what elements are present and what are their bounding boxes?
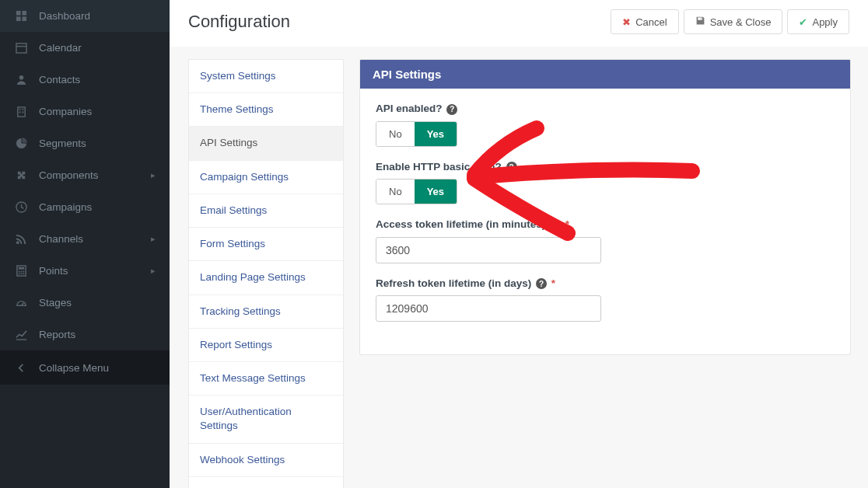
field-access-token: Access token lifetime (in minutes) ? * [376, 218, 835, 263]
sidebar: Dashboard Calendar Contacts Companies Se… [0, 0, 170, 488]
settings-nav-form[interactable]: Form Settings [189, 228, 343, 261]
gauge-icon [14, 297, 28, 308]
svg-rect-8 [19, 109, 20, 110]
settings-nav-text[interactable]: Text Message Settings [189, 362, 343, 396]
help-icon[interactable]: ? [506, 162, 517, 173]
grid-icon [14, 10, 28, 22]
field-api-enabled: API enabled? ? No Yes [376, 103, 835, 147]
toggle-yes[interactable]: Yes [415, 180, 457, 204]
save-icon [695, 16, 705, 28]
svg-rect-15 [18, 267, 24, 270]
required-indicator: * [551, 277, 555, 289]
sidebar-item-companies[interactable]: Companies [0, 96, 170, 127]
settings-nav-system[interactable]: System Settings [189, 60, 343, 93]
field-label: API enabled? ? [376, 103, 835, 115]
sidebar-item-label: Components [39, 169, 151, 181]
settings-nav-theme[interactable]: Theme Settings [189, 93, 343, 127]
sidebar-collapse[interactable]: Collapse Menu [0, 350, 170, 385]
toggle-no[interactable]: No [376, 122, 415, 146]
chevron-right-icon: ▸ [151, 234, 156, 244]
sidebar-collapse-label: Collapse Menu [39, 362, 156, 374]
sidebar-item-segments[interactable]: Segments [0, 127, 170, 159]
sidebar-item-label: Channels [39, 233, 151, 245]
apply-button[interactable]: ✔ Apply [787, 9, 849, 34]
svg-point-17 [20, 271, 22, 273]
clock-icon [14, 201, 28, 213]
check-icon: ✔ [799, 16, 807, 28]
svg-rect-7 [17, 107, 24, 117]
sidebar-item-label: Segments [39, 138, 156, 149]
sidebar-item-reports[interactable]: Reports [0, 319, 170, 350]
field-basic-auth: Enable HTTP basic auth? ? No Yes [376, 161, 835, 205]
svg-rect-4 [16, 44, 26, 53]
building-icon [14, 106, 28, 117]
save-close-button[interactable]: Save & Close [684, 9, 783, 34]
settings-nav-tracking[interactable]: Tracking Settings [189, 295, 343, 329]
sidebar-item-calendar[interactable]: Calendar [0, 32, 170, 64]
chevron-right-icon: ▸ [151, 170, 156, 180]
chevron-right-icon: ▸ [151, 266, 156, 276]
api-settings-panel: API Settings API enabled? ? No Yes Enabl… [359, 59, 851, 355]
main: Configuration ✖ Cancel Save & Close ✔ Ap… [170, 0, 868, 488]
page-header: Configuration ✖ Cancel Save & Close ✔ Ap… [170, 0, 868, 49]
settings-nav-report[interactable]: Report Settings [189, 329, 343, 362]
access-token-input[interactable] [376, 237, 601, 263]
svg-point-18 [23, 271, 24, 273]
required-indicator: * [565, 218, 569, 230]
help-icon[interactable]: ? [550, 220, 561, 231]
puzzle-icon [14, 169, 28, 181]
settings-nav-email[interactable]: Email Settings [189, 194, 343, 228]
button-label: Cancel [635, 16, 667, 28]
sidebar-item-dashboard[interactable]: Dashboard [0, 0, 170, 32]
toggle-no[interactable]: No [376, 180, 415, 204]
sidebar-item-components[interactable]: Components ▸ [0, 159, 170, 191]
button-label: Save & Close [710, 16, 772, 28]
svg-rect-1 [22, 11, 26, 16]
calendar-icon [14, 42, 28, 54]
settings-nav-user-auth[interactable]: User/Authentication Settings [189, 396, 343, 443]
toggle-basic-auth: No Yes [376, 179, 457, 204]
toggle-yes[interactable]: Yes [415, 122, 457, 146]
sidebar-item-campaigns[interactable]: Campaigns [0, 191, 170, 223]
svg-point-19 [18, 273, 19, 274]
panel-body: API enabled? ? No Yes Enable HTTP basic … [360, 89, 850, 354]
field-refresh-token: Refresh token lifetime (in days) ? * [376, 277, 835, 322]
sidebar-item-channels[interactable]: Channels ▸ [0, 223, 170, 255]
sidebar-item-points[interactable]: Points ▸ [0, 255, 170, 287]
settings-nav-social[interactable]: Social Settings [189, 477, 343, 488]
svg-rect-9 [22, 109, 23, 110]
settings-nav-api[interactable]: API Settings [189, 127, 343, 160]
svg-point-16 [18, 271, 19, 273]
sidebar-item-label: Campaigns [39, 201, 156, 213]
close-icon: ✖ [622, 16, 631, 28]
sidebar-item-contacts[interactable]: Contacts [0, 64, 170, 96]
pie-icon [14, 138, 28, 149]
settings-nav: System Settings Theme Settings API Setti… [188, 59, 344, 488]
field-label: Enable HTTP basic auth? ? [376, 161, 835, 173]
calculator-icon [14, 265, 28, 277]
rss-icon [14, 233, 28, 245]
svg-rect-11 [22, 112, 23, 113]
svg-rect-10 [19, 112, 20, 113]
user-icon [14, 74, 28, 85]
toggle-api-enabled: No Yes [376, 121, 457, 147]
sidebar-item-label: Reports [39, 329, 156, 340]
help-icon[interactable]: ? [536, 278, 547, 289]
field-label: Access token lifetime (in minutes) ? * [376, 218, 835, 231]
chevron-left-icon [14, 362, 28, 374]
refresh-token-input[interactable] [376, 295, 601, 322]
settings-nav-campaign[interactable]: Campaign Settings [189, 161, 343, 194]
svg-point-13 [16, 241, 19, 244]
svg-point-6 [19, 75, 23, 80]
settings-nav-webhook[interactable]: Webhook Settings [189, 444, 343, 477]
sidebar-item-stages[interactable]: Stages [0, 287, 170, 319]
sidebar-item-label: Points [39, 265, 151, 277]
field-label: Refresh token lifetime (in days) ? * [376, 277, 835, 290]
help-icon[interactable]: ? [446, 104, 457, 115]
svg-rect-2 [16, 16, 20, 21]
cancel-button[interactable]: ✖ Cancel [611, 9, 678, 34]
settings-nav-landing[interactable]: Landing Page Settings [189, 261, 343, 295]
page-title: Configuration [188, 12, 290, 32]
svg-point-21 [23, 273, 24, 274]
sidebar-item-label: Dashboard [39, 10, 156, 22]
